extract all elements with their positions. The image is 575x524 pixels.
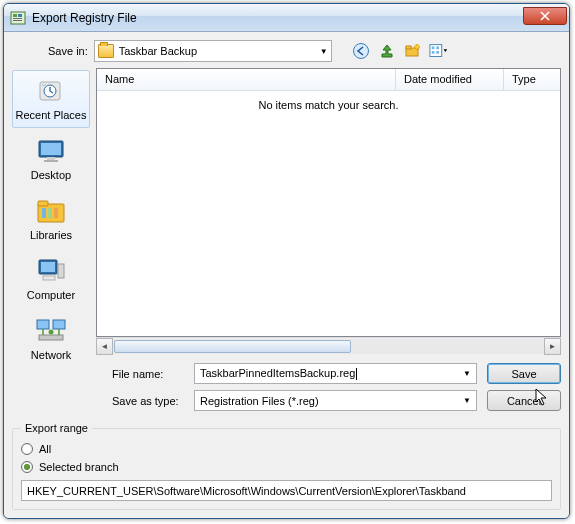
cancel-button[interactable]: Cancel (487, 390, 561, 411)
form-rows: File name: TaskbarPinnedItemsBackup.reg … (96, 354, 561, 414)
close-button[interactable] (523, 7, 567, 25)
place-label: Computer (27, 289, 75, 301)
svg-rect-10 (431, 46, 434, 49)
titlebar[interactable]: Export Registry File (4, 4, 569, 32)
places-bar: Recent Places Desktop Libraries (12, 68, 90, 414)
network-icon (33, 315, 69, 347)
filename-input[interactable]: TaskbarPinnedItemsBackup.reg ▼ (194, 363, 477, 384)
place-label: Desktop (31, 169, 71, 181)
svg-rect-19 (47, 157, 55, 160)
place-libraries[interactable]: Libraries (12, 190, 90, 248)
filename-row: File name: TaskbarPinnedItemsBackup.reg … (96, 360, 561, 387)
radio-selected-row[interactable]: Selected branch (21, 458, 552, 476)
place-recent[interactable]: Recent Places (12, 70, 90, 128)
new-folder-button[interactable] (402, 40, 424, 62)
branch-path-input[interactable] (21, 480, 552, 501)
scroll-track[interactable] (113, 339, 544, 354)
svg-rect-16 (42, 84, 46, 86)
saveastype-dropdown[interactable]: Registration Files (*.reg) ▼ (194, 390, 477, 411)
libraries-icon (33, 195, 69, 227)
folder-icon (98, 44, 114, 58)
radio-all[interactable] (21, 443, 33, 455)
col-type[interactable]: Type (504, 69, 560, 90)
save-button[interactable]: Save (487, 363, 561, 384)
dialog-body: Save in: Taskbar Backup ▼ (4, 32, 569, 518)
svg-rect-18 (41, 143, 61, 155)
horizontal-scrollbar[interactable]: ◄ ► (96, 337, 561, 354)
back-button[interactable] (350, 40, 372, 62)
chevron-down-icon[interactable]: ▼ (460, 396, 474, 405)
dialog-window: Export Registry File Save in: Taskbar Ba… (3, 3, 570, 519)
svg-rect-12 (431, 51, 434, 54)
svg-rect-20 (44, 160, 58, 162)
svg-rect-1 (13, 14, 17, 17)
svg-rect-22 (38, 201, 48, 206)
save-in-bar: Save in: Taskbar Backup ▼ (12, 38, 561, 68)
place-network[interactable]: Network (12, 310, 90, 368)
svg-rect-13 (436, 51, 439, 54)
empty-message: No items match your search. (97, 99, 560, 111)
column-headers[interactable]: Name Date modified Type (97, 69, 560, 91)
svg-rect-7 (406, 46, 411, 49)
svg-rect-32 (39, 335, 63, 340)
saveastype-value: Registration Files (*.reg) (200, 395, 460, 407)
file-list[interactable]: Name Date modified Type No items match y… (96, 68, 561, 337)
computer-icon (33, 255, 69, 287)
svg-rect-4 (13, 20, 22, 21)
chevron-down-icon[interactable]: ▼ (460, 369, 474, 378)
export-range-group: Export range All Selected branch (12, 422, 561, 510)
scroll-right-button[interactable]: ► (544, 338, 561, 355)
scroll-thumb[interactable] (114, 340, 351, 353)
saveastype-row: Save as type: Registration Files (*.reg)… (96, 387, 561, 414)
radio-all-label: All (39, 443, 51, 455)
svg-rect-3 (13, 18, 22, 19)
svg-rect-11 (436, 46, 439, 49)
col-name[interactable]: Name (97, 69, 396, 90)
nav-toolbar (350, 40, 450, 62)
svg-rect-9 (430, 45, 442, 57)
filename-label: File name: (96, 368, 184, 380)
recent-icon (33, 75, 69, 107)
radio-selected-label: Selected branch (39, 461, 119, 473)
view-menu-button[interactable] (428, 40, 450, 62)
app-icon (10, 10, 26, 26)
chevron-down-icon[interactable]: ▼ (320, 47, 328, 56)
svg-rect-2 (18, 14, 22, 17)
radio-selected-branch[interactable] (21, 461, 33, 473)
list-area: Name Date modified Type No items match y… (96, 68, 561, 414)
col-date[interactable]: Date modified (396, 69, 504, 90)
svg-rect-29 (43, 276, 55, 280)
saveastype-label: Save as type: (96, 395, 184, 407)
save-in-label: Save in: (48, 45, 88, 57)
place-label: Network (31, 349, 71, 361)
place-desktop[interactable]: Desktop (12, 130, 90, 188)
svg-rect-23 (42, 208, 46, 218)
up-one-level-button[interactable] (376, 40, 398, 62)
filename-value: TaskbarPinnedItemsBackup.reg (200, 367, 460, 380)
svg-rect-31 (53, 320, 65, 329)
svg-point-5 (353, 44, 368, 59)
place-label: Recent Places (16, 109, 87, 121)
place-label: Libraries (30, 229, 72, 241)
svg-rect-27 (41, 262, 55, 272)
desktop-icon (33, 135, 69, 167)
scroll-left-button[interactable]: ◄ (96, 338, 113, 355)
window-title: Export Registry File (32, 11, 523, 25)
save-in-value: Taskbar Backup (119, 45, 315, 57)
svg-rect-30 (37, 320, 49, 329)
place-computer[interactable]: Computer (12, 250, 90, 308)
export-range-legend: Export range (21, 422, 92, 434)
svg-rect-24 (48, 208, 52, 218)
svg-rect-25 (54, 208, 58, 218)
svg-point-33 (49, 330, 54, 335)
radio-all-row[interactable]: All (21, 440, 552, 458)
save-in-dropdown[interactable]: Taskbar Backup ▼ (94, 40, 332, 62)
svg-rect-28 (58, 264, 64, 278)
middle-area: Recent Places Desktop Libraries (12, 68, 561, 414)
